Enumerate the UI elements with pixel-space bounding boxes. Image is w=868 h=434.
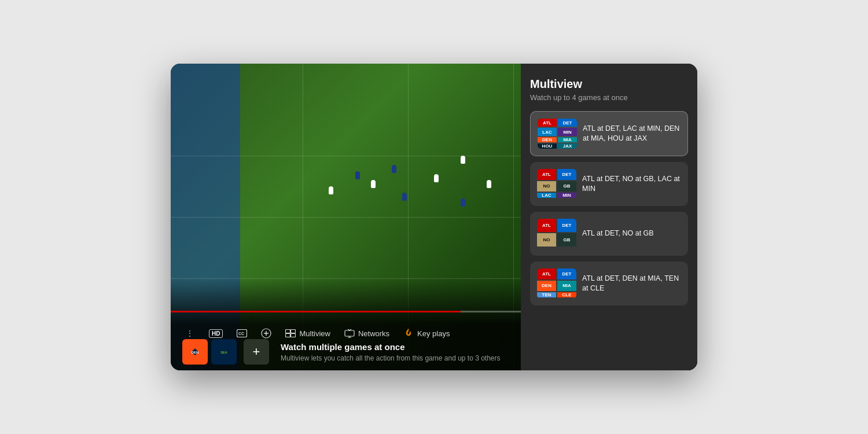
more-options-button[interactable]: ⋮: [185, 328, 195, 339]
team-logo-den: DEN: [182, 339, 208, 365]
svg-text:DEN: DEN: [192, 351, 199, 354]
player: [329, 186, 333, 194]
add-to-multiview-button[interactable]: [261, 328, 271, 339]
multiview-info: Watch multiple games at once Multiview l…: [281, 342, 501, 362]
multiview-info-desc: Multiview lets you catch all the action …: [281, 354, 501, 362]
player: [402, 193, 407, 201]
team-mini-cle: CLE: [557, 292, 576, 297]
multiview-card-2[interactable]: ATL DET NO GB LAC MIN ATL at DET, NO at …: [530, 162, 688, 206]
tv-icon: [344, 328, 355, 339]
game-label-1: ATL at DET, LAC at MIN, DEN at MIA, HOU …: [583, 124, 681, 144]
flame-icon: [403, 328, 414, 339]
team-mini-atl4: ATL: [537, 269, 556, 279]
hd-badge: HD: [209, 329, 223, 338]
svg-rect-6: [291, 334, 296, 337]
team-mini-ten: TEN: [537, 292, 556, 297]
screen-container: ⋮ HD CC: [171, 64, 697, 370]
team-mini-no: NO: [537, 181, 556, 192]
add-game-button[interactable]: +: [244, 339, 269, 365]
player: [487, 180, 491, 188]
game-label-4: ATL at DET, DEN at MIA, TEN at CLE: [582, 274, 681, 294]
team-mini-jax: JAX: [558, 144, 577, 149]
team-mini-atl: ATL: [538, 119, 557, 127]
key-plays-button[interactable]: Key plays: [403, 328, 450, 339]
team-grid-3: ATL DET NO GB: [537, 219, 576, 249]
svg-rect-3: [286, 330, 290, 333]
multiview-icon: [285, 328, 296, 339]
team-mini-atl2: ATL: [537, 169, 556, 180]
team-mini-lac2: LAC: [537, 193, 556, 198]
team-mini-mia: MIA: [558, 137, 577, 142]
multiview-button[interactable]: Multiview: [285, 328, 330, 339]
networks-button[interactable]: Networks: [344, 328, 389, 339]
multiview-panel: Multiview Watch up to 4 games at once AT…: [521, 64, 697, 370]
game-label-3: ATL at DET, NO at GB: [582, 229, 654, 239]
team-mini-det4: DET: [557, 269, 576, 279]
team-mini-min2: MIN: [557, 193, 576, 198]
team-mini-den4: DEN: [537, 281, 556, 292]
multiview-card-4[interactable]: ATL DET DEN MIA TEN CLE ATL at DET, DEN …: [530, 262, 688, 306]
panel-title: Multiview: [530, 78, 688, 91]
player: [392, 165, 396, 173]
player: [371, 180, 376, 188]
cc-button[interactable]: CC: [237, 328, 247, 339]
player: [355, 171, 360, 179]
networks-label: Networks: [358, 329, 389, 338]
player: [434, 174, 439, 182]
svg-rect-5: [286, 334, 290, 337]
team-grid-4: ATL DET DEN MIA TEN CLE: [537, 269, 576, 299]
team-mini-det: DET: [558, 119, 577, 127]
multiview-label: Multiview: [299, 329, 330, 338]
svg-rect-7: [345, 330, 354, 336]
progress-bar-fill: [171, 311, 461, 312]
svg-text:CC: CC: [238, 332, 244, 336]
game-label-2: ATL at DET, NO at GB, LAC at MIN: [582, 174, 681, 194]
team-mini-gb3: GB: [557, 233, 576, 247]
team-mini-det3: DET: [557, 219, 576, 232]
panel-subtitle: Watch up to 4 games at once: [530, 93, 688, 102]
cc-icon: CC: [237, 328, 247, 339]
team-logo-sea: SEA: [211, 339, 237, 365]
multiview-card-1[interactable]: ATL DET LAC MIN DEN MIA HOU JAX ATL at D…: [530, 111, 688, 156]
team-mini-det2: DET: [557, 169, 576, 180]
dots-icon: ⋮: [185, 328, 195, 339]
team-logos: DEN SEA: [182, 339, 237, 365]
team-mini-gb: GB: [557, 181, 576, 192]
team-mini-mia4: MIA: [557, 281, 576, 292]
multiview-card-3[interactable]: ATL DET NO GB ATL at DET, NO at GB: [530, 212, 688, 256]
key-plays-label: Key plays: [417, 329, 450, 338]
player: [461, 198, 465, 207]
team-mini-lac: LAC: [538, 128, 557, 136]
svg-text:SEA: SEA: [220, 351, 227, 354]
team-grid-2: ATL DET NO GB LAC MIN: [537, 169, 576, 199]
team-mini-hou: HOU: [538, 144, 557, 149]
multiview-info-title: Watch multiple games at once: [281, 342, 501, 352]
player: [461, 156, 465, 164]
svg-rect-4: [291, 330, 296, 333]
plus-circle-icon: [261, 328, 271, 339]
team-mini-atl3: ATL: [537, 219, 556, 232]
team-mini-no3: NO: [537, 233, 556, 247]
hd-button[interactable]: HD: [209, 329, 223, 338]
team-mini-den: DEN: [538, 137, 557, 142]
team-mini-min: MIN: [558, 128, 577, 136]
team-grid-1: ATL DET LAC MIN DEN MIA HOU JAX: [538, 119, 577, 149]
